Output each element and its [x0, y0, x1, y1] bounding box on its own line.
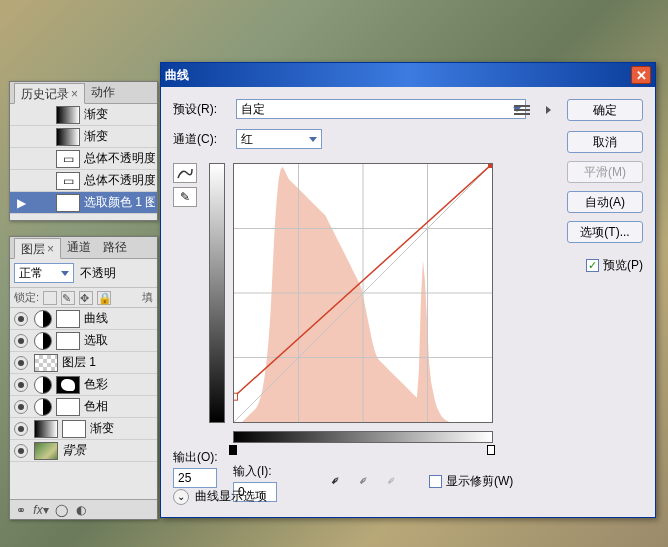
layers-footer: ⚭ fx▾ ◯ ◐	[10, 499, 157, 519]
close-icon[interactable]: ×	[71, 87, 78, 101]
link-icon[interactable]: ⚭	[14, 503, 28, 517]
output-input[interactable]	[173, 468, 217, 488]
preview-checkbox[interactable]: ✓ 预览(P)	[586, 257, 643, 274]
eye-icon[interactable]	[14, 334, 28, 348]
layer-row[interactable]: 渐变	[10, 418, 157, 440]
gradient-icon	[56, 106, 80, 124]
layer-thumb[interactable]	[34, 354, 58, 372]
fx-icon[interactable]: fx▾	[34, 503, 48, 517]
smooth-button[interactable]: 平滑(M)	[567, 161, 643, 183]
dialog-title: 曲线	[165, 67, 189, 84]
tab-layers[interactable]: 图层×	[14, 238, 61, 259]
adjustment-new-icon[interactable]: ◐	[74, 503, 88, 517]
chevron-down-icon	[61, 271, 69, 276]
curve-point-tool[interactable]	[173, 163, 197, 183]
fill-label: 填	[142, 290, 153, 305]
doc-icon: ▭	[56, 172, 80, 190]
mask-thumb[interactable]	[56, 332, 80, 350]
tab-channels[interactable]: 通道	[61, 237, 97, 258]
dialog-titlebar[interactable]: 曲线 ✕	[161, 63, 655, 87]
eye-icon[interactable]	[14, 422, 28, 436]
eye-icon[interactable]	[14, 356, 28, 370]
eye-icon[interactable]	[14, 312, 28, 326]
ok-button[interactable]: 确定	[567, 99, 643, 121]
svg-rect-8	[489, 164, 492, 167]
options-button[interactable]: 选项(T)...	[567, 221, 643, 243]
pointer-icon: ▶	[12, 194, 30, 212]
channel-combo[interactable]: 红	[236, 129, 322, 149]
checkbox-icon: ✓	[586, 259, 599, 272]
curves-dialog: 曲线 ✕ 预设(R): 自定 通道(C): 红 ✎	[160, 62, 656, 518]
preset-combo[interactable]: 自定	[236, 99, 526, 119]
lock-move-icon[interactable]: ✥	[79, 291, 93, 305]
input-label: 输入(I):	[233, 463, 277, 480]
eye-icon[interactable]	[14, 400, 28, 414]
adjustment-icon	[34, 332, 52, 350]
layers-list: 曲线 选取 图层 1 色彩 色相 渐变 背景	[10, 308, 157, 496]
curve-graph[interactable]	[233, 163, 493, 423]
white-eyedropper-icon[interactable]: ✒	[379, 468, 404, 493]
history-row[interactable]: ▭总体不透明度	[10, 170, 157, 192]
gradient-icon	[56, 128, 80, 146]
layer-row[interactable]: 背景	[10, 440, 157, 462]
mask-thumb[interactable]	[56, 310, 80, 328]
mask-thumb[interactable]	[62, 420, 86, 438]
lock-paint-icon[interactable]: ✎	[61, 291, 75, 305]
history-panel: 历史记录× 动作 渐变 渐变 ▭总体不透明度 ▭总体不透明度 ▶▭选取颜色 1 …	[9, 81, 158, 221]
history-list: 渐变 渐变 ▭总体不透明度 ▭总体不透明度 ▶▭选取颜色 1 图	[10, 104, 157, 214]
history-tabbar: 历史记录× 动作	[10, 82, 157, 104]
eye-icon[interactable]	[14, 378, 28, 392]
checkbox-icon	[429, 475, 442, 488]
curve-pencil-tool[interactable]: ✎	[173, 187, 197, 207]
chevron-down-icon	[309, 137, 317, 142]
history-row[interactable]: ▶▭选取颜色 1 图	[10, 192, 157, 214]
doc-icon: ▭	[56, 194, 80, 212]
curve-display-options[interactable]: ⌄ 曲线显示选项	[173, 488, 267, 505]
mask-thumb[interactable]	[56, 398, 80, 416]
history-row[interactable]: 渐变	[10, 126, 157, 148]
layer-row[interactable]: 选取	[10, 330, 157, 352]
curve-area	[233, 163, 493, 423]
lock-row: 锁定: ✎ ✥ 🔒 填	[10, 288, 157, 308]
layer-thumb[interactable]	[34, 420, 58, 438]
layers-panel: 图层× 通道 路径 正常 不透明 锁定: ✎ ✥ 🔒 填 曲线 选取 图层 1 …	[9, 236, 158, 520]
layer-row[interactable]: 图层 1	[10, 352, 157, 374]
tab-history[interactable]: 历史记录×	[14, 83, 85, 104]
mask-thumb[interactable]	[56, 376, 80, 394]
lock-all-icon[interactable]: 🔒	[97, 291, 111, 305]
layer-row[interactable]: 曲线	[10, 308, 157, 330]
input-gradient	[233, 431, 493, 443]
mask-icon[interactable]: ◯	[54, 503, 68, 517]
close-button[interactable]: ✕	[631, 66, 651, 84]
black-eyedropper-icon[interactable]: ✒	[323, 468, 348, 493]
preset-label: 预设(R):	[173, 101, 228, 118]
curve-tools: ✎	[173, 163, 197, 207]
curve-line	[234, 164, 492, 422]
tab-actions[interactable]: 动作	[85, 82, 121, 103]
auto-button[interactable]: 自动(A)	[567, 191, 643, 213]
output-label: 输出(O):	[173, 449, 218, 466]
layer-options: 正常 不透明	[10, 259, 157, 288]
svg-rect-7	[234, 393, 237, 400]
adjustment-icon	[34, 398, 52, 416]
tab-paths[interactable]: 路径	[97, 237, 133, 258]
layers-tabbar: 图层× 通道 路径	[10, 237, 157, 259]
close-icon[interactable]: ×	[47, 242, 54, 256]
show-clipping-checkbox[interactable]: 显示修剪(W)	[429, 473, 513, 490]
preset-menu-icon[interactable]	[514, 102, 530, 118]
gray-eyedropper-icon[interactable]: ✒	[351, 468, 376, 493]
history-row[interactable]: 渐变	[10, 104, 157, 126]
chevron-down-icon: ⌄	[173, 489, 189, 505]
eye-icon[interactable]	[14, 444, 28, 458]
layer-row[interactable]: 色彩	[10, 374, 157, 396]
input-row: 输入(I): ✒ ✒ ✒ 显示修剪(W)	[233, 449, 513, 502]
opacity-label: 不透明	[80, 265, 116, 282]
adjustment-icon	[34, 310, 52, 328]
layer-thumb[interactable]	[34, 442, 58, 460]
layer-row[interactable]: 色相	[10, 396, 157, 418]
history-row[interactable]: ▭总体不透明度	[10, 148, 157, 170]
lock-transparent-icon[interactable]	[43, 291, 57, 305]
blend-mode-combo[interactable]: 正常	[14, 263, 74, 283]
cancel-button[interactable]: 取消	[567, 131, 643, 153]
adjustment-icon	[34, 376, 52, 394]
